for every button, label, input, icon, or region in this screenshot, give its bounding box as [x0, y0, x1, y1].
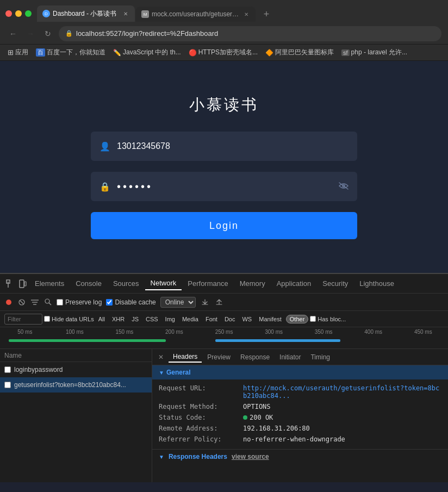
- response-headers-title: Response Headers: [169, 453, 227, 460]
- tl-label-450: 450 ms: [399, 329, 449, 335]
- dt-tab-application[interactable]: Application: [271, 277, 317, 290]
- section-separator: [152, 449, 448, 450]
- export-button[interactable]: [214, 297, 224, 307]
- filter-media[interactable]: Media: [179, 315, 201, 323]
- timeline-blue-bar: [215, 339, 341, 342]
- filter-other[interactable]: Other: [286, 315, 309, 323]
- filter-doc[interactable]: Doc: [222, 315, 238, 323]
- tab-mock[interactable]: M mock.com/userauth/getuserin... ✕: [136, 7, 256, 22]
- response-headers-arrow-icon: ▼: [159, 454, 164, 460]
- traffic-light-red[interactable]: [5, 10, 12, 17]
- tab-label-mock: mock.com/userauth/getuserin...: [152, 10, 240, 18]
- general-section: ▼ General Request URL: http://mock.com/u…: [152, 365, 448, 448]
- inspect-element-button[interactable]: [4, 278, 16, 290]
- bookmark-js[interactable]: ✏️ JavaScript 中的 th...: [110, 47, 184, 58]
- traffic-light-yellow[interactable]: [15, 10, 22, 17]
- request-method-value: OPTIONS: [243, 403, 271, 410]
- filter-all[interactable]: All: [96, 315, 108, 323]
- lock-input-icon: 🔒: [99, 182, 110, 192]
- filter-img[interactable]: Img: [163, 315, 178, 323]
- hide-data-urls-label[interactable]: Hide data URLs: [44, 316, 94, 322]
- tab-close-dashboard[interactable]: ✕: [122, 10, 129, 17]
- back-button[interactable]: ←: [7, 27, 20, 40]
- request-method-row: Request Method: OPTIONS: [159, 401, 441, 412]
- filter-js[interactable]: JS: [129, 315, 141, 323]
- loginbypassword-checkbox[interactable]: [4, 366, 11, 373]
- general-section-header[interactable]: ▼ General: [152, 365, 448, 379]
- tl-label-200: 200 ms: [150, 329, 200, 335]
- response-headers-header[interactable]: ▼ Response Headers view source: [159, 451, 441, 463]
- request-method-key: Request Method:: [159, 403, 243, 410]
- filter-ws[interactable]: WS: [239, 315, 254, 323]
- request-url-row: Request URL: http://mock.com/userauth/ge…: [159, 383, 441, 401]
- close-panel-button[interactable]: ✕: [157, 353, 165, 362]
- browser-chrome: D Dashboard - 小慕读书 ✕ M mock.com/userauth…: [0, 0, 448, 61]
- reload-button[interactable]: ↻: [41, 27, 54, 40]
- filter-font[interactable]: Font: [203, 315, 220, 323]
- has-blocked-label[interactable]: Has bloc...: [310, 316, 346, 322]
- dt-tab-console[interactable]: Console: [70, 277, 107, 290]
- referrer-policy-row: Referrer Policy: no-referrer-when-downgr…: [159, 434, 441, 445]
- app-title: 小慕读书: [189, 95, 259, 115]
- timeline-bars: [0, 338, 448, 346]
- preserve-log-checkbox-label[interactable]: Preserve log: [57, 298, 102, 306]
- record-button[interactable]: [4, 298, 13, 307]
- hide-data-urls-checkbox[interactable]: [44, 316, 50, 322]
- dt-tab-memory[interactable]: Memory: [234, 277, 271, 290]
- bookmark-baidu[interactable]: 百 百度一下，你就知道: [33, 47, 109, 58]
- dt-tab-sources[interactable]: Sources: [108, 277, 145, 290]
- bookmark-php[interactable]: sf php - laravel 允许...: [338, 47, 410, 58]
- phone-input[interactable]: [117, 141, 349, 151]
- hp-tab-response[interactable]: Response: [236, 352, 274, 362]
- dt-tab-network[interactable]: Network: [145, 277, 182, 290]
- tab-close-mock[interactable]: ✕: [242, 10, 250, 18]
- dt-tab-performance[interactable]: Performance: [182, 277, 233, 290]
- getuserinfolist-checkbox[interactable]: [4, 382, 11, 388]
- dt-tab-security[interactable]: Security: [317, 277, 353, 290]
- clear-button[interactable]: [17, 298, 26, 307]
- forward-button[interactable]: →: [24, 27, 37, 40]
- filter-manifest[interactable]: Manifest: [256, 315, 284, 323]
- search-button[interactable]: [43, 298, 52, 307]
- bookmark-apps[interactable]: ⊞ 应用: [4, 47, 32, 58]
- tab-label-dashboard: Dashboard - 小慕读书: [53, 9, 119, 18]
- tl-label-350: 350 ms: [298, 329, 349, 335]
- throttle-select[interactable]: Online: [160, 297, 196, 308]
- password-input-group: 🔒 ••••••: [91, 172, 357, 201]
- tab-dashboard[interactable]: D Dashboard - 小慕读书 ✕: [37, 5, 135, 22]
- dt-tab-lighthouse[interactable]: Lighthouse: [354, 277, 400, 290]
- hp-tab-initiator[interactable]: Initiator: [275, 352, 305, 362]
- new-tab-button[interactable]: +: [259, 7, 274, 22]
- eye-icon[interactable]: [339, 182, 349, 191]
- headers-panel-tabs: ✕ Headers Preview Response Initiator Tim…: [152, 349, 448, 365]
- tl-label-400: 400 ms: [349, 329, 399, 335]
- import-button[interactable]: [200, 297, 210, 307]
- request-item-loginbypassword[interactable]: loginbypassword: [0, 362, 152, 377]
- bookmark-alibaba-label: 阿里巴巴矢量图标库: [275, 48, 334, 57]
- preserve-log-checkbox[interactable]: [57, 299, 63, 306]
- general-arrow-icon: ▼: [159, 370, 164, 376]
- general-title: General: [166, 369, 191, 376]
- disable-cache-checkbox-label[interactable]: Disable cache: [106, 298, 155, 306]
- hp-tab-preview[interactable]: Preview: [203, 352, 235, 362]
- hp-tab-headers[interactable]: Headers: [169, 352, 202, 363]
- filter-xhr[interactable]: XHR: [109, 315, 127, 323]
- bookmark-alibaba[interactable]: 🔶 阿里巴巴矢量图标库: [262, 47, 337, 58]
- svg-line-11: [49, 303, 51, 305]
- address-field[interactable]: 🔒 localhost:9527/login?redirect=%2Fdashb…: [59, 26, 441, 41]
- bookmark-https[interactable]: 🔴 HTTPS加密壳域名...: [185, 47, 261, 58]
- dt-tab-elements[interactable]: Elements: [29, 277, 70, 290]
- filter-toggle-button[interactable]: [30, 298, 39, 307]
- request-item-getuserinfolist[interactable]: getuserinfolist?token=8bcb210abc84...: [0, 377, 152, 393]
- view-source-link[interactable]: view source: [232, 453, 269, 460]
- traffic-light-green[interactable]: [25, 10, 32, 17]
- filter-css[interactable]: CSS: [143, 315, 161, 323]
- device-toolbar-button[interactable]: [17, 278, 29, 290]
- filter-input[interactable]: [4, 314, 42, 325]
- hp-tab-timing[interactable]: Timing: [306, 352, 334, 362]
- login-button[interactable]: Login: [91, 212, 357, 239]
- status-code-value: 200 OK: [250, 414, 273, 421]
- disable-cache-checkbox[interactable]: [106, 299, 113, 306]
- has-blocked-checkbox[interactable]: [310, 316, 316, 322]
- php-icon: sf: [341, 49, 350, 56]
